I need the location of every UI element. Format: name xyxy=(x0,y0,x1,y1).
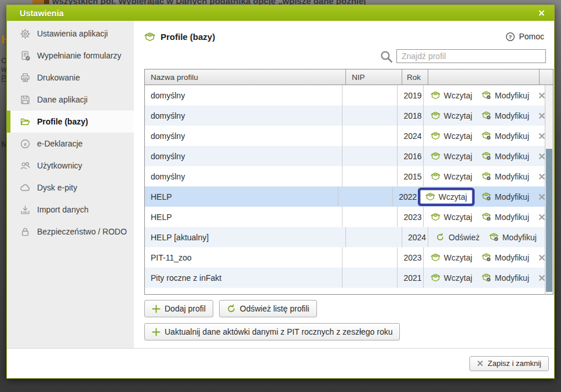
load-action[interactable]: Wczytaj xyxy=(431,152,472,161)
table-row[interactable]: HELP2022WczytajModyfikuj xyxy=(145,186,553,207)
modify-icon xyxy=(489,233,499,241)
profile-year-cell: 2019 xyxy=(398,85,423,105)
load-action[interactable]: Wczytaj xyxy=(431,131,472,141)
search-input[interactable] xyxy=(396,49,546,63)
profile-year-cell: 2024 xyxy=(402,227,428,247)
sidebar-item-profile-bazy[interactable]: Profile (bazy) xyxy=(7,111,134,133)
table-row[interactable]: HELP [aktualny]2024OdświeżModyfikuj xyxy=(145,227,553,247)
column-header-extra xyxy=(539,69,553,85)
profile-actions-cell: OdświeżModyfikuj xyxy=(428,227,553,247)
action-label: Modyfikuj xyxy=(495,111,529,120)
help-link[interactable]: Pomoc xyxy=(505,32,544,42)
background-logo-fragment xyxy=(44,0,49,4)
profile-name-cell: PIT-11_zoo xyxy=(145,247,343,268)
modify-icon xyxy=(482,91,491,100)
action-label: Wczytaj xyxy=(439,192,467,202)
printer-icon xyxy=(20,72,31,83)
sidebar-item-label: Wypełnianie formularzy xyxy=(37,51,121,60)
modify-action[interactable]: Modyfikuj xyxy=(482,253,529,262)
sidebar-item-e-deklaracje[interactable]: e-Deklaracje xyxy=(7,133,134,155)
load-action[interactable]: Wczytaj xyxy=(431,91,472,100)
action-label: Modyfikuj xyxy=(495,213,529,222)
scrollbar-thumb[interactable] xyxy=(546,149,552,292)
dialog-title: Ustawienia xyxy=(20,9,64,18)
table-row[interactable]: domyślny2024WczytajModyfikuj xyxy=(145,126,553,146)
profile-year-cell: 2021 xyxy=(398,268,423,288)
profile-name-cell: Pity roczne z inFakt xyxy=(145,268,343,288)
sidebar-item-u-ytkownicy[interactable]: Użytkownicy xyxy=(7,155,134,177)
table-row[interactable]: domyślny2015WczytajModyfikuj xyxy=(145,166,553,186)
table-row[interactable]: domyślny2016WczytajModyfikuj xyxy=(145,146,553,166)
column-header-name: Nazwa profilu xyxy=(145,69,346,85)
save-icon xyxy=(20,94,31,105)
sidebar-item-bezpiecze-stwo-rodo[interactable]: Bezpieczeństwo / RODO xyxy=(7,221,134,243)
users-icon xyxy=(20,160,31,171)
load-icon xyxy=(431,172,440,181)
profile-actions-cell: WczytajModyfikuj xyxy=(424,207,553,227)
column-header-nip: NIP xyxy=(346,69,402,85)
load-action[interactable]: Wczytaj xyxy=(431,111,472,120)
table-header-row: Nazwa profilu NIP Rok xyxy=(145,69,553,85)
close-button[interactable] xyxy=(537,9,546,17)
modify-icon xyxy=(482,213,491,221)
modify-icon xyxy=(482,131,491,140)
background-text-fragment: w xyxy=(1,65,6,74)
sidebar-item-wype-nianie-formularzy[interactable]: Wypełnianie formularzy xyxy=(7,45,134,67)
modify-action[interactable]: Modyfikuj xyxy=(482,192,529,202)
profile-nip-cell xyxy=(343,207,398,227)
table-row[interactable]: HELP2023WczytajModyfikuj xyxy=(145,207,553,227)
action-label: Odśwież xyxy=(449,233,480,242)
load-icon xyxy=(431,253,440,262)
modify-action[interactable]: Modyfikuj xyxy=(482,172,529,181)
sidebar-item-ustawienia-aplikacji[interactable]: Ustawienia aplikacji xyxy=(7,23,134,45)
modify-action[interactable]: Modyfikuj xyxy=(482,111,529,120)
refresh-profiles-button[interactable]: Odśwież listę profili xyxy=(219,300,317,317)
profile-year-cell: 2022 xyxy=(393,186,418,207)
profile-actions-cell: WczytajModyfikuj xyxy=(424,247,553,268)
modify-action[interactable]: Modyfikuj xyxy=(482,131,529,141)
sidebar-item-dysk-e-pity[interactable]: Dysk e-pity xyxy=(7,177,134,199)
table-row[interactable]: Pity roczne z inFakt2021WczytajModyfikuj xyxy=(145,268,553,288)
sidebar-item-dane-aplikacji[interactable]: Dane aplikacji xyxy=(7,89,134,111)
modify-action[interactable]: Modyfikuj xyxy=(482,273,529,283)
load-action[interactable]: Wczytaj xyxy=(431,172,472,181)
modify-action[interactable]: Modyfikuj xyxy=(482,213,529,222)
modify-icon xyxy=(482,273,491,282)
table-row[interactable]: PIT-11_zoo2023WczytajModyfikuj xyxy=(145,247,553,268)
load-icon xyxy=(425,192,435,201)
form-fill-icon xyxy=(20,50,31,61)
profile-year-cell: 2024 xyxy=(398,126,423,146)
table-row[interactable]: domyślny2019WczytajModyfikuj xyxy=(145,85,553,105)
action-label: Wczytaj xyxy=(444,152,472,161)
update-briefcase-button[interactable]: Uaktualnij dane aktówki danymi z PIT roc… xyxy=(144,323,400,340)
dialog-body: Ustawienia aplikacjiWypełnianie formular… xyxy=(7,21,554,348)
profile-actions-cell: WczytajModyfikuj xyxy=(424,146,553,166)
load-icon xyxy=(431,131,440,140)
load-action[interactable]: Wczytaj xyxy=(431,213,472,222)
modify-action[interactable]: Modyfikuj xyxy=(482,152,529,161)
modify-action[interactable]: Modyfikuj xyxy=(482,91,529,100)
sidebar-item-label: Ustawienia aplikacji xyxy=(37,29,108,38)
profile-name-cell: domyślny xyxy=(145,126,343,146)
load-action[interactable]: Wczytaj xyxy=(431,253,472,262)
table-filler xyxy=(145,288,553,294)
add-profile-button[interactable]: Dodaj profil xyxy=(144,300,213,317)
load-action[interactable]: Wczytaj xyxy=(420,190,472,204)
action-label: Wczytaj xyxy=(444,172,472,181)
modify-action[interactable]: Modyfikuj xyxy=(489,233,537,242)
modify-icon xyxy=(482,192,491,201)
table-scrollbar[interactable] xyxy=(545,85,553,294)
load-action[interactable]: Wczytaj xyxy=(431,273,472,283)
refresh-action[interactable]: Odśwież xyxy=(435,233,480,242)
table-row[interactable]: domyślny2018WczytajModyfikuj xyxy=(145,105,553,126)
sidebar-item-import-danych[interactable]: Import danych xyxy=(7,199,134,221)
lock-icon xyxy=(20,226,31,237)
profile-name-cell: domyślny xyxy=(145,166,343,186)
save-close-button[interactable]: Zapisz i zamknij xyxy=(469,356,549,371)
load-icon xyxy=(431,213,440,221)
action-label: Wczytaj xyxy=(444,253,472,262)
gear-icon xyxy=(20,28,31,39)
sidebar-item-drukowanie[interactable]: Drukowanie xyxy=(7,67,134,89)
refresh-icon xyxy=(435,233,445,241)
sidebar-item-label: Dane aplikacji xyxy=(37,95,88,104)
